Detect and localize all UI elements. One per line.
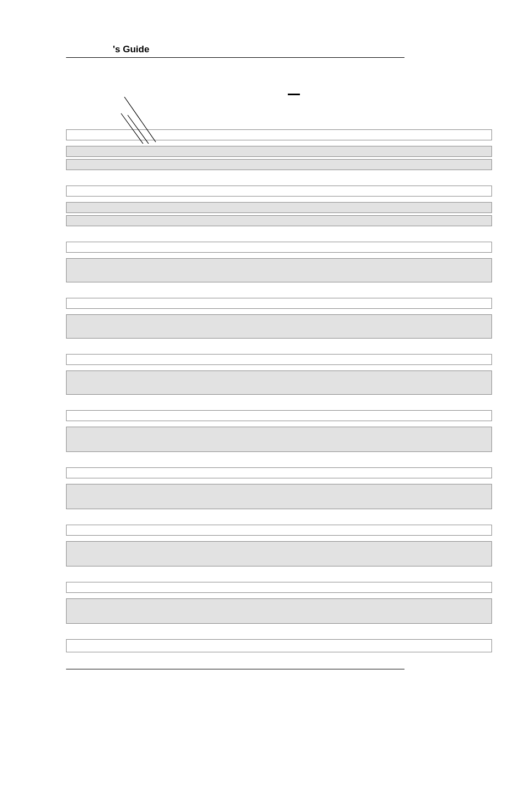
section bbox=[66, 186, 492, 226]
dash-mark bbox=[288, 94, 300, 95]
section bbox=[66, 582, 492, 624]
last-row bbox=[66, 639, 492, 652]
section bbox=[66, 298, 492, 339]
document-page: 's Guide bbox=[0, 0, 525, 691]
section-top-row bbox=[66, 410, 492, 421]
section-top-row bbox=[66, 467, 492, 478]
section bbox=[66, 467, 492, 509]
section-top-row bbox=[66, 242, 492, 253]
section bbox=[66, 410, 492, 452]
section bbox=[66, 242, 492, 282]
content-area bbox=[66, 129, 492, 652]
header-title: 's Guide bbox=[66, 44, 492, 57]
page-header: 's Guide bbox=[66, 44, 492, 58]
svg-line-0 bbox=[124, 97, 156, 142]
section bbox=[66, 354, 492, 395]
footer-rule bbox=[66, 669, 404, 669]
section-shaded-row bbox=[66, 370, 492, 395]
section-top-row bbox=[66, 525, 492, 536]
diagonal-lines-icon bbox=[120, 97, 161, 144]
svg-line-2 bbox=[128, 115, 149, 144]
section-top-row bbox=[66, 582, 492, 593]
header-rule bbox=[66, 57, 404, 58]
section-shaded-row bbox=[66, 146, 492, 157]
section-shaded-row bbox=[66, 598, 492, 624]
section-shaded-row bbox=[66, 314, 492, 339]
section-shaded-row bbox=[66, 541, 492, 566]
section bbox=[66, 525, 492, 566]
svg-line-1 bbox=[121, 113, 143, 144]
section-shaded-row bbox=[66, 484, 492, 509]
section-top-row bbox=[66, 298, 492, 309]
section-top-row bbox=[66, 186, 492, 197]
section-shaded-row bbox=[66, 215, 492, 226]
section-shaded-row bbox=[66, 427, 492, 452]
section-shaded-row bbox=[66, 258, 492, 282]
section-shaded-row bbox=[66, 159, 492, 170]
section-top-row bbox=[66, 354, 492, 365]
section-shaded-row bbox=[66, 202, 492, 213]
